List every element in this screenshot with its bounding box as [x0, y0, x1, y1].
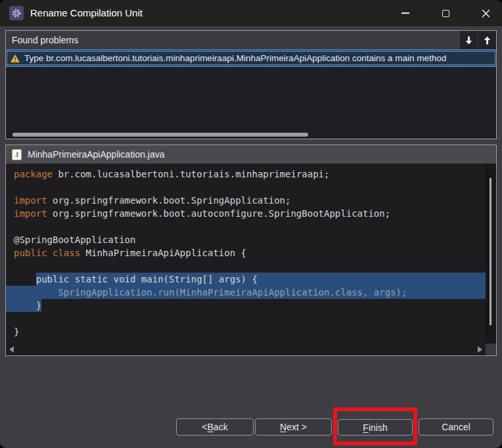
code-segment: br.com.lucasalbertoni.tutoriais.minhapri…	[53, 168, 329, 181]
code-segment: package	[14, 168, 53, 181]
code-segment: import	[14, 207, 47, 220]
code-line: public static void main(String[] args) {	[14, 273, 486, 286]
code-segment: org.springframework.boot.SpringApplicati…	[47, 194, 291, 207]
finish-label-post: inish	[369, 422, 388, 433]
problems-list: Type br.com.lucasalbertoni.tutoriais.min…	[6, 49, 496, 139]
back-label-pre: <	[202, 422, 207, 432]
minimize-icon	[401, 12, 409, 14]
gear-icon	[11, 8, 22, 18]
code-line: @SpringBootApplication	[14, 233, 486, 246]
code-segment: public class	[14, 246, 80, 259]
problems-horizontal-scrollbar-thumb[interactable]	[12, 133, 308, 137]
next-label-post: ext >	[286, 422, 307, 432]
code-segment: org.springframework.boot.autoconfigure.S…	[47, 207, 391, 220]
refactor-gear-icon	[9, 6, 24, 20]
warning-icon	[10, 54, 20, 63]
problem-row-focus-outline: Type br.com.lucasalbertoni.tutoriais.min…	[7, 51, 495, 65]
next-button[interactable]: Next >	[255, 418, 332, 436]
found-problems-header: Found problems	[6, 31, 496, 49]
previous-problem-button[interactable]	[478, 31, 496, 49]
found-problems-label: Found problems	[12, 35, 78, 45]
code-line: SpringApplication.run(MinhaPrimeiraApiAp…	[14, 286, 486, 299]
rename-compilation-unit-dialog: Rename Compilation Unit Found problems	[0, 0, 502, 448]
titlebar: Rename Compilation Unit	[0, 0, 502, 26]
code-segment	[14, 273, 36, 286]
code-line	[14, 181, 486, 194]
code-segment: }	[14, 325, 19, 338]
code-preview-panel: J MinhaPrimeiraApiApplication.java packa…	[5, 145, 497, 356]
scroll-right-icon[interactable]	[478, 346, 482, 353]
close-icon	[482, 9, 490, 18]
finish-label-mnemonic: F	[363, 422, 369, 433]
java-file-icon: J	[12, 149, 22, 160]
code-line: }	[14, 299, 486, 312]
code-line: }	[14, 325, 486, 338]
code-segment: public static void main(String[] args) {	[36, 273, 486, 286]
problem-row-selected[interactable]: Type br.com.lucasalbertoni.tutoriais.min…	[6, 49, 496, 67]
problem-message: Type br.com.lucasalbertoni.tutoriais.min…	[24, 53, 446, 63]
code-horizontal-scrollbar[interactable]	[6, 344, 486, 355]
maximize-icon	[442, 10, 449, 17]
preview-filename: MinhaPrimeiraApiApplication.java	[28, 149, 165, 160]
finish-button[interactable]: Finish	[338, 419, 413, 436]
back-label-mnemonic: B	[208, 422, 214, 432]
code-segment: import	[14, 194, 47, 207]
code-vertical-scrollbar-thumb[interactable]	[490, 178, 491, 325]
next-problem-button[interactable]	[459, 31, 478, 49]
scrollbar-corner	[486, 344, 496, 355]
problem-navigation	[459, 31, 496, 49]
window-title: Rename Compilation Unit	[30, 0, 143, 26]
code-segment: SpringApplication.run(MinhaPrimeiraApiAp…	[6, 286, 486, 299]
code-line	[14, 259, 486, 273]
code-line: import org.springframework.boot.autoconf…	[14, 207, 486, 220]
cancel-button[interactable]: Cancel	[419, 418, 493, 436]
maximize-button[interactable]	[434, 5, 457, 21]
code-segment: @SpringBootApplication	[14, 233, 135, 246]
arrow-down-icon	[464, 35, 474, 45]
minimize-button[interactable]	[394, 5, 417, 21]
code-line: public class MinhaPrimeiraApiApplication…	[14, 246, 486, 259]
code-segment: MinhaPrimeiraApiApplication {	[80, 246, 246, 259]
code-line: package br.com.lucasalbertoni.tutoriais.…	[14, 168, 486, 181]
next-label-mnemonic: N	[280, 422, 286, 432]
arrow-up-icon	[482, 35, 492, 45]
back-label-post: ack	[214, 422, 228, 432]
code-vertical-scrollbar[interactable]	[486, 164, 496, 344]
code-line	[14, 220, 486, 233]
scroll-left-icon[interactable]	[9, 346, 14, 353]
found-problems-panel: Found problems	[5, 30, 497, 139]
code-line	[14, 312, 486, 325]
close-button[interactable]	[474, 5, 497, 21]
preview-header: J MinhaPrimeiraApiApplication.java	[6, 145, 496, 164]
code-segment: }	[6, 299, 41, 312]
code-editor-preview: package br.com.lucasalbertoni.tutoriais.…	[6, 164, 496, 355]
code-content[interactable]: package br.com.lucasalbertoni.tutoriais.…	[6, 164, 486, 344]
cancel-label-post: Cancel	[442, 422, 470, 432]
code-line: import org.springframework.boot.SpringAp…	[14, 194, 486, 207]
back-button[interactable]: < Back	[176, 418, 254, 436]
